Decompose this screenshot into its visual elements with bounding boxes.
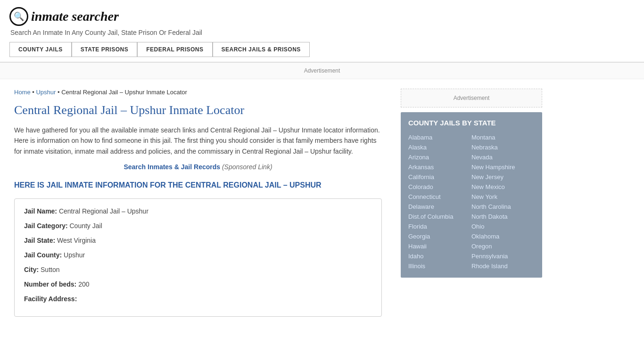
jail-category-value: County Jail xyxy=(69,222,102,230)
state-prisons-nav[interactable]: STATE PRISONS xyxy=(72,42,137,57)
jail-city-label: City: xyxy=(24,266,39,273)
state-link[interactable]: Illinois xyxy=(408,261,471,271)
jail-category-label: Jail Category: xyxy=(24,222,68,230)
state-link[interactable]: Dist.of Columbia xyxy=(408,212,471,222)
state-link[interactable]: Pennsylvania xyxy=(471,251,535,261)
state-link[interactable]: Rhode Island xyxy=(471,261,535,271)
federal-prisons-nav[interactable]: FEDERAL PRISONS xyxy=(137,42,212,57)
top-advertisement: Advertisement xyxy=(0,63,644,79)
jail-name-row: Jail Name: Central Regional Jail – Upshu… xyxy=(24,206,372,216)
jail-address-row: Facility Address: xyxy=(24,294,372,304)
logo-area: 🔍 inmate searcher xyxy=(9,7,635,26)
jail-name-label: Jail Name: xyxy=(24,207,57,215)
state-link[interactable]: Hawaii xyxy=(408,241,471,251)
jail-info-box: Jail Name: Central Regional Jail – Upshu… xyxy=(14,198,382,317)
state-link[interactable]: North Dakota xyxy=(471,212,535,222)
jail-county-row: Jail County: Upshur xyxy=(24,250,372,260)
jail-name-value: Central Regional Jail – Upshur xyxy=(59,207,149,215)
logo-icon: 🔍 xyxy=(9,7,28,26)
state-link[interactable]: New Jersey xyxy=(471,172,535,182)
content-wrapper: Home • Upshur • Central Regional Jail – … xyxy=(0,79,644,326)
state-link[interactable]: Arkansas xyxy=(408,162,471,172)
state-link[interactable]: Ohio xyxy=(471,222,535,231)
jail-beds-row: Number of beds: 200 xyxy=(24,280,372,289)
body-text: We have gathered for you all the availab… xyxy=(14,125,382,156)
sidebar-advertisement: Advertisement xyxy=(401,89,542,107)
state-link[interactable]: New Mexico xyxy=(471,182,535,192)
jail-state-row: Jail State: West Virginia xyxy=(24,236,372,246)
jail-beds-label: Number of beds: xyxy=(24,280,76,288)
sponsored-text: (Sponsored Link) xyxy=(222,163,272,171)
state-link[interactable]: New Hampshire xyxy=(471,162,535,172)
state-link[interactable]: Connecticut xyxy=(408,192,471,202)
jail-county-value: Upshur xyxy=(64,251,85,259)
jail-category-row: Jail Category: County Jail xyxy=(24,221,372,231)
main-content: Home • Upshur • Central Regional Jail – … xyxy=(0,79,396,326)
breadcrumb-home[interactable]: Home xyxy=(14,89,31,96)
state-link[interactable]: Florida xyxy=(408,222,471,231)
state-link[interactable]: Oregon xyxy=(471,241,535,251)
jail-state-label: Jail State: xyxy=(24,237,55,244)
state-box-title: COUNTY JAILS BY STATE xyxy=(408,119,535,127)
state-link[interactable]: Arizona xyxy=(408,152,471,162)
state-link[interactable]: Alaska xyxy=(408,142,471,152)
jail-state-value: West Virginia xyxy=(57,237,96,244)
breadcrumb-sep2: • xyxy=(58,89,61,96)
state-link[interactable]: Oklahoma xyxy=(471,231,535,241)
search-jails-nav[interactable]: SEARCH JAILS & PRISONS xyxy=(213,42,310,57)
county-jails-nav[interactable]: COUNTY JAILS xyxy=(9,42,72,57)
state-link[interactable]: Nebraska xyxy=(471,142,535,152)
state-col-right: MontanaNebraskaNevadaNew HampshireNew Je… xyxy=(471,132,535,271)
county-jails-by-state: COUNTY JAILS BY STATE AlabamaAlaskaArizo… xyxy=(401,112,542,278)
page-title: Central Regional Jail – Upshur Inmate Lo… xyxy=(14,103,382,117)
jail-address-label: Facility Address: xyxy=(24,295,77,303)
state-col-left: AlabamaAlaskaArizonaArkansasCaliforniaCo… xyxy=(408,132,471,271)
state-link[interactable]: California xyxy=(408,172,471,182)
state-link[interactable]: Idaho xyxy=(408,251,471,261)
state-link[interactable]: North Carolina xyxy=(471,202,535,212)
logo-text: inmate searcher xyxy=(31,9,119,24)
sidebar: Advertisement COUNTY JAILS BY STATE Alab… xyxy=(396,79,547,326)
breadcrumb: Home • Upshur • Central Regional Jail – … xyxy=(14,89,382,96)
section-heading: HERE IS JAIL INMATE INFORMATION FOR THE … xyxy=(14,180,382,190)
jail-beds-value: 200 xyxy=(78,280,89,288)
state-link[interactable]: Georgia xyxy=(408,231,471,241)
tagline: Search An Inmate In Any County Jail, Sta… xyxy=(9,29,635,36)
jail-city-row: City: Sutton xyxy=(24,265,372,275)
state-link[interactable]: Colorado xyxy=(408,182,471,192)
state-columns: AlabamaAlaskaArizonaArkansasCaliforniaCo… xyxy=(408,132,535,271)
state-link[interactable]: Alabama xyxy=(408,132,471,142)
sponsored-link-area: Search Inmates & Jail Records (Sponsored… xyxy=(14,163,382,171)
site-header: 🔍 inmate searcher Search An Inmate In An… xyxy=(0,0,644,62)
nav-bar: COUNTY JAILS STATE PRISONS FEDERAL PRISO… xyxy=(9,42,635,57)
breadcrumb-parent[interactable]: Upshur xyxy=(36,89,56,96)
state-link[interactable]: Delaware xyxy=(408,202,471,212)
sponsored-link[interactable]: Search Inmates & Jail Records xyxy=(124,163,220,171)
jail-city-value: Sutton xyxy=(41,266,59,273)
jail-county-label: Jail County: xyxy=(24,251,62,259)
breadcrumb-current: Central Regional Jail – Upshur Inmate Lo… xyxy=(61,89,187,96)
state-link[interactable]: New York xyxy=(471,192,535,202)
state-link[interactable]: Nevada xyxy=(471,152,535,162)
state-link[interactable]: Montana xyxy=(471,132,535,142)
